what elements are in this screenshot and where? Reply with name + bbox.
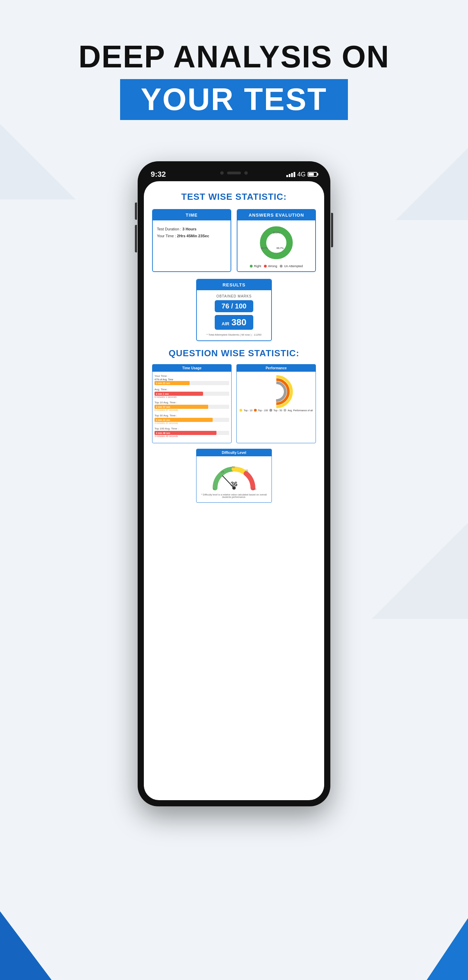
phone-status-bar: 9:32 4G xyxy=(144,167,324,181)
phone-status-right: 4G xyxy=(286,171,317,178)
svg-text:36: 36 xyxy=(230,481,238,488)
time-bar-sublabel-0: 47% of Avg. Time xyxy=(155,378,229,381)
time-row-label-0: Your Time : xyxy=(155,374,229,377)
performance-legend: Top - 10 Top - 100 Top - 50 xyxy=(240,409,313,412)
answers-legend: Right Wrong Un Attempted xyxy=(250,264,303,268)
test-wise-title: TEST WISE STATISTIC: xyxy=(152,191,316,202)
phone-power-btn xyxy=(331,213,333,247)
phone-time: 9:32 xyxy=(151,170,166,179)
time-bar-fill-0: 1 min 21 sec xyxy=(155,381,190,385)
svg-text:66.7%: 66.7% xyxy=(277,247,284,250)
answers-donut-chart: 16.6% 16.7% 66.7% xyxy=(257,224,295,262)
time-bar-4: 2 min 48 sec xyxy=(155,431,229,435)
headline-line1: DEEP ANALYSIS ON xyxy=(27,41,441,72)
time-bar-0: 1 min 21 sec xyxy=(155,381,229,385)
svg-text:0: 0 xyxy=(213,488,214,490)
notch-camera xyxy=(220,171,224,175)
performance-card: Performance xyxy=(236,364,316,443)
question-stats-row: Time Usage Your Time : 47% of Avg. Time … xyxy=(152,364,316,443)
battery-fill xyxy=(309,173,314,176)
time-bar-3: 2 min 41 sec xyxy=(155,418,229,422)
time-usage-header: Time Usage xyxy=(152,364,231,372)
phone-wrapper: 9:32 4G xyxy=(0,161,468,807)
phone-vol-up xyxy=(135,202,137,220)
duration-value: 3 Hours xyxy=(182,227,196,231)
time-row-label-3: Top 30 Avg. Time : xyxy=(155,414,229,417)
time-bar-sub-2: 6 minutes 37 seconds xyxy=(155,409,229,411)
total-students: * Total Attempted Students ( till now ) … xyxy=(201,333,267,336)
phone-mockup: 9:32 4G xyxy=(137,161,331,807)
duration-label: Test Duration : xyxy=(157,227,182,231)
your-time-value: 2Hrs 45Min 23Sec xyxy=(177,234,209,238)
time-row-1: Avg. Time : 2 min 1 sec 6 minutes 1 seco… xyxy=(155,388,229,398)
legend-avg-all: Avg. Performance of all xyxy=(284,409,313,412)
answers-donut-container: 16.6% 16.7% 66.7% Right xyxy=(238,220,315,271)
time-row-label-4: Top 100 Avg. Time : xyxy=(155,427,229,430)
svg-text:50: 50 xyxy=(232,466,235,468)
legend-wrong: Wrong xyxy=(264,264,277,268)
legend-right: Right xyxy=(250,264,261,268)
header-section: DEEP ANALYSIS ON YOUR TEST xyxy=(0,0,468,141)
battery-icon xyxy=(308,172,317,177)
time-usage-body: Your Time : 47% of Avg. Time 1 min 21 se… xyxy=(152,372,231,443)
difficulty-body: 0 25 50 75 100 36 * Difficulty level is … xyxy=(196,456,272,503)
unattempted-label: Un Attempted xyxy=(284,264,303,268)
time-usage-card: Time Usage Your Time : 47% of Avg. Time … xyxy=(152,364,232,443)
notch-speaker xyxy=(227,172,241,174)
svg-point-10 xyxy=(271,386,282,397)
question-wise-title: QUESTION WISE STATISTIC: xyxy=(152,348,316,359)
test-duration: Test Duration : 3 Hours xyxy=(157,226,227,233)
air-badge: AIR 380 xyxy=(215,315,253,330)
time-answers-row: TIME Test Duration : 3 Hours Your Time :… xyxy=(152,209,316,272)
your-time: Your Time : 2Hrs 45Min 23Sec xyxy=(157,233,227,240)
wrong-dot xyxy=(264,265,267,267)
bg-blue-corner-left xyxy=(0,911,52,980)
phone-notch xyxy=(206,167,262,178)
svg-text:16.7%: 16.7% xyxy=(261,247,268,250)
difficulty-note: * Difficulty level is a relative value c… xyxy=(201,493,267,498)
screen-content: TEST WISE STATISTIC: TIME Test Duration … xyxy=(144,181,324,513)
svg-text:25: 25 xyxy=(221,471,224,473)
legend-top50: Top - 50 xyxy=(270,409,282,412)
performance-header: Performance xyxy=(237,364,316,372)
results-header: RESULTS xyxy=(197,280,271,290)
your-time-label: Your Time : xyxy=(157,234,177,238)
legend-top100: Top - 100 xyxy=(254,409,268,412)
time-bar-2: 2 min 37 sec xyxy=(155,405,229,409)
time-bar-fill-3: 2 min 41 sec xyxy=(155,418,212,422)
notch-sensor xyxy=(244,171,248,175)
right-dot xyxy=(250,265,252,267)
time-row-label-2: Top 10 Avg. Time : xyxy=(155,401,229,404)
time-bar-sub-4: 3 minutes 48 seconds xyxy=(155,435,229,438)
time-row-3: Top 30 Avg. Time : 2 min 41 sec 3 minute… xyxy=(155,414,229,424)
air-number: 380 xyxy=(232,317,246,327)
time-bar-sub-3: 3 minutes 41 seconds xyxy=(155,422,229,424)
time-row-4: Top 100 Avg. Time : 2 min 48 sec 3 minut… xyxy=(155,427,229,438)
time-card: TIME Test Duration : 3 Hours Your Time :… xyxy=(152,209,231,272)
bg-blue-corner-right xyxy=(427,918,468,980)
svg-text:75: 75 xyxy=(245,469,248,472)
air-label: AIR xyxy=(222,321,229,326)
time-bar-1: 2 min 1 sec xyxy=(155,391,229,396)
time-row-2: Top 10 Avg. Time : 2 min 37 sec 6 minute… xyxy=(155,401,229,411)
answers-card: ANSWERS EVALUTION xyxy=(237,209,316,272)
time-bar-sub-1: 6 minutes 1 seconds xyxy=(155,396,229,398)
time-bar-fill-1: 2 min 1 sec xyxy=(155,391,203,396)
legend-unattempted: Un Attempted xyxy=(280,264,303,268)
right-label: Right xyxy=(254,264,261,268)
svg-text:16.6%: 16.6% xyxy=(273,231,280,234)
performance-donut xyxy=(259,374,294,409)
wrong-label: Wrong xyxy=(268,264,277,268)
time-bar-fill-4: 2 min 48 sec xyxy=(155,431,216,435)
phone-vol-down xyxy=(135,225,137,252)
unattempted-dot xyxy=(280,265,283,267)
performance-body: Top - 10 Top - 100 Top - 50 xyxy=(237,372,316,414)
results-card: RESULTS OBTAINED MARKS 76 / 100 AIR 380 … xyxy=(196,279,272,341)
obtained-label: OBTAINED MARKS xyxy=(201,294,267,298)
results-body: OBTAINED MARKS 76 / 100 AIR 380 * Total … xyxy=(197,290,271,340)
time-card-header: TIME xyxy=(153,210,230,220)
marks-badge: 76 / 100 xyxy=(215,300,253,312)
signal-icon xyxy=(286,172,295,177)
difficulty-card: Difficulty Level xyxy=(196,449,272,503)
difficulty-gauge: 0 25 50 75 100 36 xyxy=(208,460,260,492)
